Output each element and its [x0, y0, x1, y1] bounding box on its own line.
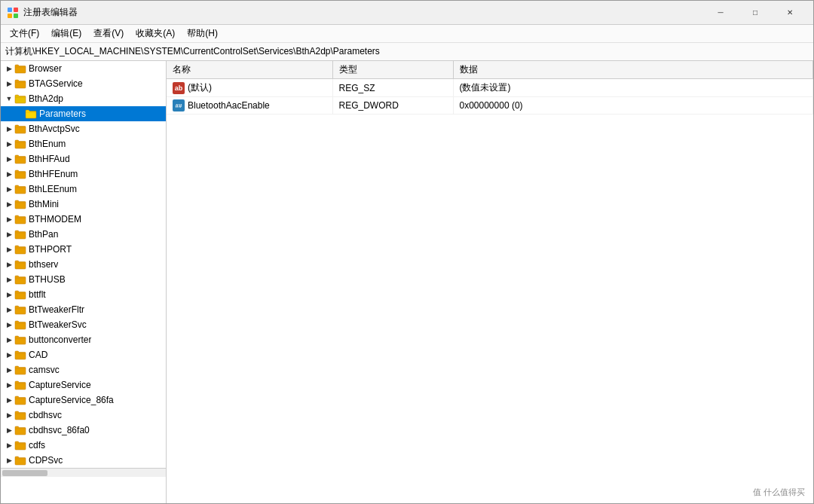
expand-arrow[interactable]: ▶ — [4, 304, 14, 315]
tree-item-label: BTAGService — [29, 78, 83, 89]
expand-arrow[interactable]: ▶ — [4, 78, 14, 89]
expand-arrow[interactable]: ▶ — [4, 124, 14, 134]
tree-item-bttweakerfltr[interactable]: ▶ BtTweakerFltr — [1, 302, 166, 317]
table-row[interactable]: ab(默认)REG_SZ(数值未设置) — [167, 79, 813, 97]
expand-arrow[interactable]: ▶ — [4, 244, 14, 255]
tree-item-label: CDPSvc — [29, 455, 63, 466]
scrollbar-thumb[interactable] — [2, 470, 47, 476]
folder-icon — [25, 108, 37, 119]
data-scroll[interactable]: 名称 类型 数据 ab(默认)REG_SZ(数值未设置)##BluetoothA… — [167, 61, 813, 503]
title-bar-left: 注册表编辑器 — [7, 6, 78, 19]
folder-icon — [14, 425, 26, 435]
window-controls: ─ □ ✕ — [703, 1, 807, 25]
expand-arrow[interactable]: ▼ — [4, 93, 14, 104]
maximize-button[interactable]: □ — [738, 1, 773, 25]
tree-item-btagservice[interactable]: ▶ BTAGService — [1, 76, 166, 91]
tree-item-bthhfaud[interactable]: ▶ BthHFAud — [1, 151, 166, 166]
horizontal-scrollbar[interactable] — [1, 468, 166, 477]
folder-icon — [14, 455, 26, 466]
menu-item[interactable]: 帮助(H) — [181, 26, 224, 41]
expand-arrow[interactable]: ▶ — [4, 395, 14, 405]
tree-container: ▶ Browser▶ BTAGService▼ BthA2dp Paramete… — [1, 61, 166, 468]
tree-item-bthhfenum[interactable]: ▶ BthHFEnum — [1, 166, 166, 182]
folder-icon — [14, 380, 26, 390]
expand-arrow[interactable]: ▶ — [4, 365, 14, 375]
table-row[interactable]: ##BluetoothAacEnableREG_DWORD0x00000000 … — [167, 97, 813, 115]
folder-icon — [14, 395, 26, 405]
folder-icon — [14, 410, 26, 420]
tree-item-bthavctpsvc[interactable]: ▶ BthAvctpSvc — [1, 121, 166, 136]
tree-item-bthusb[interactable]: ▶ BTHUSB — [1, 272, 166, 287]
tree-item-bthmini[interactable]: ▶ BthMini — [1, 197, 166, 212]
expand-arrow[interactable]: ▶ — [4, 350, 14, 360]
folder-icon — [14, 169, 26, 179]
reg-data-cell: 0x00000000 (0) — [453, 97, 813, 115]
tree-item-browser[interactable]: ▶ Browser — [1, 61, 166, 76]
reg-sz-icon: ab — [173, 82, 185, 94]
tree-item-bthport[interactable]: ▶ BTHPORT — [1, 242, 166, 257]
expand-arrow[interactable] — [14, 108, 25, 119]
tree-item-label: Parameters — [39, 108, 86, 119]
expand-arrow[interactable]: ▶ — [4, 455, 14, 466]
expand-arrow[interactable]: ▶ — [4, 184, 14, 194]
tree-item-bttflt[interactable]: ▶ bttflt — [1, 287, 166, 302]
tree-item-bthpan[interactable]: ▶ BthPan — [1, 227, 166, 242]
tree-item-bthenum[interactable]: ▶ BthEnum — [1, 136, 166, 151]
expand-arrow[interactable]: ▶ — [4, 425, 14, 435]
tree-panel[interactable]: ▶ Browser▶ BTAGService▼ BthA2dp Paramete… — [1, 61, 167, 503]
menu-item[interactable]: 查看(V) — [87, 26, 130, 41]
expand-arrow[interactable]: ▶ — [4, 440, 14, 451]
expand-arrow[interactable]: ▶ — [4, 139, 14, 149]
expand-arrow[interactable]: ▶ — [4, 259, 14, 270]
tree-item-label: BTHUSB — [29, 274, 66, 285]
expand-arrow[interactable]: ▶ — [4, 289, 14, 300]
expand-arrow[interactable]: ▶ — [4, 229, 14, 240]
expand-arrow[interactable]: ▶ — [4, 169, 14, 179]
tree-item-label: BthMini — [29, 199, 59, 209]
expand-arrow[interactable]: ▶ — [4, 199, 14, 209]
tree-item-cbdhsvc[interactable]: ▶ cbdhsvc — [1, 408, 166, 423]
tree-item-cdfs[interactable]: ▶ cdfs — [1, 438, 166, 453]
expand-arrow[interactable]: ▶ — [4, 214, 14, 225]
tree-item-bthleenum[interactable]: ▶ BthLEEnum — [1, 182, 166, 197]
tree-item-cdpsvc[interactable]: ▶ CDPSvc — [1, 453, 166, 468]
tree-item-captureservice86fa[interactable]: ▶ CaptureService_86fa — [1, 393, 166, 408]
tree-item-captureservice[interactable]: ▶ CaptureService — [1, 377, 166, 393]
tree-item-buttonconverter[interactable]: ▶ buttonconverter — [1, 332, 166, 347]
expand-arrow[interactable]: ▶ — [4, 274, 14, 285]
expand-arrow[interactable]: ▶ — [4, 319, 14, 330]
expand-arrow[interactable]: ▶ — [4, 380, 14, 390]
folder-icon — [14, 319, 26, 330]
tree-item-label: BthA2dp — [29, 93, 63, 104]
close-button[interactable]: ✕ — [773, 1, 807, 25]
col-data-header[interactable]: 数据 — [453, 61, 813, 79]
menu-item[interactable]: 收藏夹(A) — [130, 26, 181, 41]
col-type-header[interactable]: 类型 — [332, 61, 453, 79]
tree-item-cad[interactable]: ▶ CAD — [1, 347, 166, 362]
col-name-header[interactable]: 名称 — [167, 61, 332, 79]
reg-name-text: (默认) — [188, 81, 212, 94]
tree-item-btha2dp[interactable]: ▼ BthA2dp — [1, 91, 166, 106]
tree-item-bttweakersvc[interactable]: ▶ BtTweakerSvc — [1, 317, 166, 332]
expand-arrow[interactable]: ▶ — [4, 63, 14, 74]
minimize-button[interactable]: ─ — [703, 1, 738, 25]
tree-item-bthserv[interactable]: ▶ bthserv — [1, 257, 166, 272]
table-header-row: 名称 类型 数据 — [167, 61, 813, 79]
folder-icon — [14, 365, 26, 375]
tree-item-camsvc[interactable]: ▶ camsvc — [1, 362, 166, 377]
tree-item-bthmodem[interactable]: ▶ BTHMODEM — [1, 212, 166, 227]
tree-item-label: Browser — [29, 63, 62, 74]
folder-icon — [14, 124, 26, 134]
address-bar: 计算机\HKEY_LOCAL_MACHINE\SYSTEM\CurrentCon… — [1, 43, 813, 61]
folder-icon — [14, 63, 26, 74]
expand-arrow[interactable]: ▶ — [4, 154, 14, 164]
menu-item[interactable]: 文件(F) — [4, 26, 45, 41]
tree-item-parameters[interactable]: Parameters — [1, 106, 166, 121]
menu-item[interactable]: 编辑(E) — [45, 26, 87, 41]
expand-arrow[interactable]: ▶ — [4, 410, 14, 420]
tree-item-cbdhsvc86fa0[interactable]: ▶ cbdhsvc_86fa0 — [1, 423, 166, 438]
tree-item-label: cbdhsvc_86fa0 — [29, 425, 90, 435]
folder-icon — [14, 78, 26, 89]
tree-item-label: BthHFEnum — [29, 169, 78, 179]
expand-arrow[interactable]: ▶ — [4, 334, 14, 345]
